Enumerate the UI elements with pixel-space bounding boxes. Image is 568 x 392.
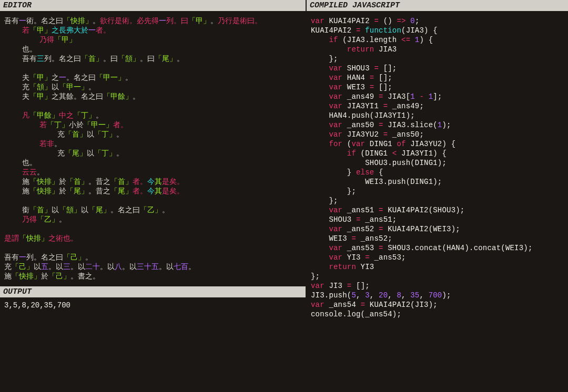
js-l9-j: 1 xyxy=(429,92,433,101)
ed-l22-d: 。 xyxy=(59,215,66,224)
ed-l18-b: 「快排」 xyxy=(29,178,59,186)
js-l6-d: = xyxy=(374,64,379,73)
js-l30-h: 8 xyxy=(397,291,401,300)
js-l9-k: ]; xyxy=(433,92,442,101)
ed-l12-b: 若 xyxy=(39,121,47,129)
js-l1-f xyxy=(406,17,411,25)
ed-l21-c: 以 xyxy=(52,206,59,214)
ed-l2-c: 「甲」 xyxy=(29,26,52,35)
js-l10-c: JIA3YI1 xyxy=(342,102,383,110)
ed-l11-e: 「丁」 xyxy=(74,111,96,120)
js-l9-c: _ans49 xyxy=(342,92,379,101)
js-l3-g: ) { xyxy=(419,36,433,44)
ed-l27-o: 。 xyxy=(188,263,196,271)
js-l15-c: (DING1 xyxy=(356,149,392,158)
ed-l1-a: 吾有 xyxy=(4,17,19,25)
ed-l27-h: 二十 xyxy=(85,263,100,271)
js-l7-b: var xyxy=(329,74,342,82)
ed-l9-e: 。 xyxy=(133,92,140,101)
js-l30-e: , xyxy=(370,291,379,300)
js-l26-b: var xyxy=(329,253,342,262)
compiled-body[interactable]: var KUAI4PAI2 = () => 0; KUAI4PAI2 = fun… xyxy=(307,11,568,392)
js-l17-a: } xyxy=(311,168,356,177)
js-l15-b: if xyxy=(347,149,356,158)
ed-l27-d: 五 xyxy=(41,263,48,271)
ed-l26-d: 「己」 xyxy=(63,253,85,262)
js-l23-d: = xyxy=(379,225,383,233)
js-l21-b: var xyxy=(329,206,342,214)
js-l21-d: = xyxy=(379,206,383,214)
js-l8-a xyxy=(311,83,329,91)
js-l10-a xyxy=(311,102,329,110)
ed-l19-g: 者。 xyxy=(133,187,147,195)
js-l1-h: ; xyxy=(415,17,420,25)
js-l30-g: , xyxy=(388,291,397,300)
ed-l19-e: 。昔之 xyxy=(88,187,110,195)
ed-l5-i: 。 xyxy=(177,55,184,63)
ed-l12-a xyxy=(4,121,39,129)
ed-l7-e: 。名之曰 xyxy=(66,74,96,82)
ed-l19-b: 「快排」 xyxy=(29,187,59,195)
js-l9-i xyxy=(424,92,429,101)
js-l1-g: 0 xyxy=(410,17,415,25)
ed-l28-d: 「己」 xyxy=(48,272,70,281)
ed-l2-d: 之長弗大於 xyxy=(52,26,88,35)
ed-l1-c: 術。名之曰 xyxy=(26,17,63,25)
js-l24-c: _ans52; xyxy=(356,234,392,243)
js-l14-g: JIA3YU2) { xyxy=(406,140,456,148)
ed-l7-b: 「甲」 xyxy=(29,74,52,82)
ed-l7-a: 夫 xyxy=(4,74,29,82)
js-l22-a: SHOU3 xyxy=(311,215,356,224)
js-l12-c: _ans50 xyxy=(342,121,379,129)
editor-pane: EDITOR 吾有一術。名之曰「快排」。欲行是術。必先得一列。曰「甲」。乃行是術… xyxy=(0,0,306,286)
ed-l7-d: 一 xyxy=(59,74,66,82)
js-l4-b: return xyxy=(347,45,374,54)
js-l23-a xyxy=(311,225,329,233)
js-l30-k: , xyxy=(419,291,428,300)
js-l24-a: WEI3 xyxy=(311,234,351,243)
ed-l3-a xyxy=(4,36,39,44)
js-l30-l: 700 xyxy=(429,291,442,300)
ed-l21-f: 「尾」 xyxy=(88,206,110,214)
js-l4-a xyxy=(311,45,347,54)
js-l2-a: KUAI4PAI2 xyxy=(311,26,356,35)
output-title: OUTPUT xyxy=(0,286,306,297)
ed-l15-a: 充 xyxy=(4,149,65,158)
ed-l15-e: 。 xyxy=(116,149,124,158)
ed-l17-b: 云云 xyxy=(22,168,37,177)
js-l6-c: SHOU3 xyxy=(342,64,374,73)
js-l6-e: []; xyxy=(379,64,397,73)
ed-l18-i: 其 xyxy=(155,178,162,186)
js-l15-a xyxy=(311,149,347,158)
ed-l1-g: 一 xyxy=(159,17,166,25)
js-l17-b: else xyxy=(356,168,374,177)
js-l3-e xyxy=(410,36,415,44)
js-l14-b: for xyxy=(329,140,342,148)
ed-l15-d: 「丁」 xyxy=(94,149,116,158)
ed-l5-e: 。曰 xyxy=(103,55,118,63)
ed-l26-e: 。 xyxy=(85,253,93,262)
js-l1-d: () xyxy=(379,17,397,25)
ed-l1-j: 。 xyxy=(210,17,218,25)
ed-l27-j: 八 xyxy=(115,263,122,271)
js-l12-b: var xyxy=(329,121,342,129)
ed-l1-h: 列。曰 xyxy=(166,17,188,25)
ed-l8-a: 充 xyxy=(4,83,29,91)
ed-l19-h: 今 xyxy=(147,187,155,195)
js-l26-a xyxy=(311,253,329,262)
js-l30-d: 3 xyxy=(365,291,370,300)
ed-l7-c: 之 xyxy=(52,74,59,82)
js-l14-a xyxy=(311,140,329,148)
js-l14-d: var xyxy=(351,140,365,148)
ed-l26-c: 列。名之曰 xyxy=(26,253,63,262)
ed-l21-d: 「頷」 xyxy=(59,206,81,214)
output-body[interactable]: 3,5,8,20,35,700 xyxy=(0,297,306,316)
js-l13-a xyxy=(311,130,329,139)
js-l10-b: var xyxy=(329,102,342,110)
js-l17-c: { xyxy=(374,168,383,177)
js-l12-g: ); xyxy=(442,121,451,129)
js-l1-c: = xyxy=(374,17,379,25)
editor-body[interactable]: 吾有一術。名之曰「快排」。欲行是術。必先得一列。曰「甲」。乃行是術曰。 若「甲」… xyxy=(0,11,306,286)
ed-l1-e: 。 xyxy=(93,17,100,25)
ed-l19-d: 「尾」 xyxy=(66,187,88,195)
